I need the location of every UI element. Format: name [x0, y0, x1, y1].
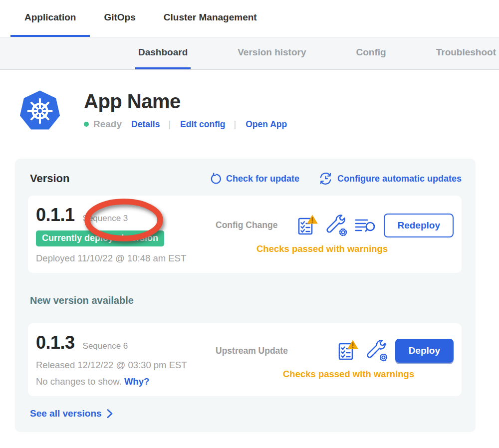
available-version-number: 0.1.3	[36, 332, 75, 353]
divider: |	[234, 119, 237, 130]
refresh-icon	[209, 173, 222, 185]
app-header: App Name Ready Details | Edit config | O…	[17, 88, 499, 134]
tab-dashboard[interactable]: Dashboard	[135, 37, 191, 69]
redeploy-button[interactable]: Redeploy	[384, 214, 454, 237]
status-badge: Ready	[93, 119, 122, 130]
config-tools-icon[interactable]	[366, 339, 388, 362]
preflight-checks-icon[interactable]	[336, 339, 359, 362]
edit-config-link[interactable]: Edit config	[180, 119, 225, 130]
page-title: App Name	[84, 90, 287, 113]
version-heading: Version	[30, 172, 69, 185]
auto-update-icon	[318, 172, 333, 186]
deploy-button[interactable]: Deploy	[395, 339, 454, 363]
chevron-right-icon	[107, 409, 113, 418]
current-version-card: 0.1.1 Sequence 3 Currently deployed vers…	[28, 196, 462, 273]
check-for-update-label: Check for update	[226, 174, 299, 184]
released-timestamp: Released 12/12/22 @ 03:30 pm EST	[36, 360, 208, 371]
version-panel: Version Check for update Configure autom…	[15, 159, 476, 432]
primary-nav: Application GitOps Cluster Management	[0, 0, 499, 37]
tab-config[interactable]: Config	[353, 37, 389, 69]
view-logs-icon[interactable]	[355, 217, 377, 234]
available-version-sequence: Sequence 6	[83, 341, 128, 351]
current-version-number: 0.1.1	[36, 205, 75, 225]
change-type-label: Config Change	[216, 220, 277, 230]
deployed-timestamp: Deployed 11/10/22 @ 10:48 am EST	[36, 253, 208, 264]
tab-version-history[interactable]: Version history	[235, 37, 309, 69]
configure-automatic-updates-label: Configure automatic updates	[337, 174, 462, 184]
checks-status: Checks passed with warnings	[283, 369, 454, 380]
new-version-heading: New version available	[30, 295, 462, 306]
open-app-link[interactable]: Open App	[246, 119, 287, 130]
see-all-versions-link[interactable]: See all versions	[30, 408, 113, 419]
tab-cluster-management[interactable]: Cluster Management	[150, 0, 271, 37]
check-for-update-link[interactable]: Check for update	[209, 173, 299, 185]
details-link[interactable]: Details	[131, 119, 160, 130]
current-version-sequence: Sequence 3	[83, 214, 128, 224]
why-link[interactable]: Why?	[124, 376, 149, 387]
divider: |	[168, 119, 171, 130]
preflight-checks-icon[interactable]	[296, 214, 319, 237]
secondary-nav: Dashboard Version history Config Trouble…	[0, 37, 499, 70]
change-type-label: Upstream Update	[216, 346, 288, 356]
config-tools-icon[interactable]	[326, 214, 348, 237]
tab-gitops[interactable]: GitOps	[90, 0, 149, 37]
configure-automatic-updates-link[interactable]: Configure automatic updates	[318, 172, 462, 186]
tab-troubleshoot[interactable]: Troubleshoot	[433, 37, 499, 69]
checks-status: Checks passed with warnings	[256, 243, 454, 254]
currently-deployed-badge: Currently deployed version	[36, 230, 164, 246]
no-changes-text: No changes to show.	[36, 376, 122, 387]
see-all-versions-label: See all versions	[30, 408, 102, 419]
available-version-card: 0.1.3 Sequence 6 Released 12/12/22 @ 03:…	[28, 323, 462, 396]
kubernetes-logo-icon	[17, 88, 62, 134]
status-ready-dot	[84, 122, 89, 127]
tab-application[interactable]: Application	[10, 0, 90, 37]
